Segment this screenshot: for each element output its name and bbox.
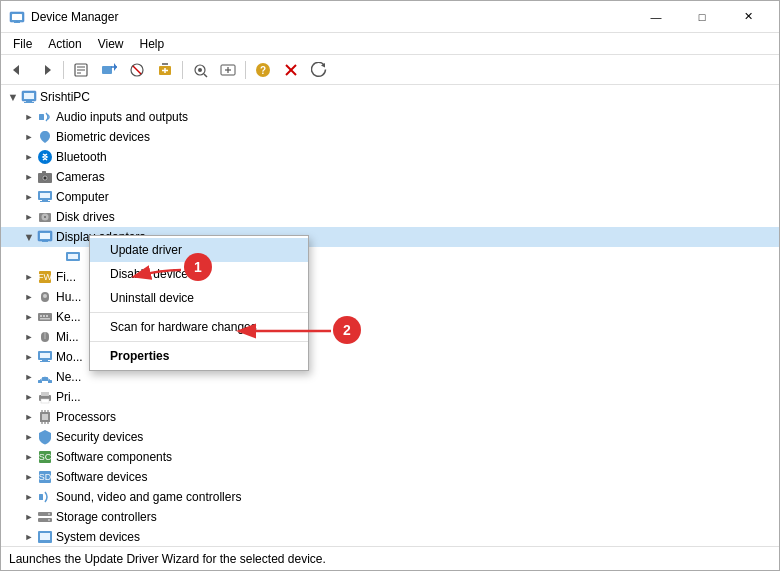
tree-item-cameras[interactable]: ► Cameras [1, 167, 779, 187]
svg-rect-44 [40, 201, 50, 202]
tree-label-keyboard: Ke... [56, 310, 81, 324]
svg-rect-57 [38, 313, 52, 321]
arrow-1 [121, 258, 186, 283]
svg-rect-4 [14, 22, 20, 23]
hid-icon [37, 289, 53, 305]
title-bar: Device Manager — □ ✕ [1, 1, 779, 33]
sound-icon [37, 489, 53, 505]
menu-view[interactable]: View [90, 35, 132, 53]
add-hardware-button[interactable] [215, 58, 241, 82]
tree-item-disk[interactable]: ► Disk drives [1, 207, 779, 227]
svg-rect-1 [12, 14, 22, 20]
tree-item-system[interactable]: ► System devices [1, 527, 779, 546]
tree-label-mice: Mi... [56, 330, 79, 344]
properties-button[interactable] [68, 58, 94, 82]
tree-item-audio[interactable]: ► Audio inputs and outputs [1, 107, 779, 127]
help-button[interactable]: ? [250, 58, 276, 82]
svg-rect-77 [42, 414, 48, 420]
tree-item-root[interactable]: ▼ SrishtiPC [1, 87, 779, 107]
svg-rect-2 [12, 21, 16, 22]
computer-icon [21, 89, 37, 105]
computer-device-icon [37, 189, 53, 205]
svg-rect-32 [24, 93, 34, 99]
toolbar-separator-3 [245, 61, 246, 79]
tree-item-bluetooth[interactable]: ► Bluetooth [1, 147, 779, 167]
svg-marker-5 [13, 65, 19, 75]
tree-item-sound[interactable]: ► Sound, video and game controllers [1, 487, 779, 507]
svg-rect-34 [24, 102, 34, 103]
back-button[interactable] [5, 58, 31, 82]
tree-item-computer[interactable]: ► Computer [1, 187, 779, 207]
expand-icon-network: ► [21, 367, 37, 387]
tree-label-hid: Hu... [56, 290, 81, 304]
bluetooth-icon [37, 149, 53, 165]
expand-icon-security: ► [21, 427, 37, 447]
maximize-button[interactable]: □ [679, 1, 725, 33]
svg-rect-69 [38, 380, 42, 383]
svg-rect-35 [39, 114, 44, 120]
firmware-icon: FW [37, 269, 53, 285]
svg-point-36 [38, 150, 52, 164]
minimize-button[interactable]: — [633, 1, 679, 33]
svg-rect-60 [46, 315, 48, 317]
toolbar: ? [1, 55, 779, 85]
update-driver-toolbar-button[interactable] [96, 58, 122, 82]
camera-icon [37, 169, 53, 185]
close-button[interactable]: ✕ [725, 1, 771, 33]
svg-marker-6 [45, 65, 51, 75]
svg-rect-49 [40, 233, 50, 239]
tree-item-software-devices[interactable]: ► SD Software devices [1, 467, 779, 487]
disable-button[interactable] [124, 58, 150, 82]
svg-rect-42 [40, 193, 50, 198]
tree-item-printers[interactable]: ► Pri... [1, 387, 779, 407]
expand-icon-computer: ► [21, 187, 37, 207]
printer-icon [37, 389, 53, 405]
tree-item-security[interactable]: ► Security devices [1, 427, 779, 447]
tree-item-storage[interactable]: ► Storage controllers [1, 507, 779, 527]
svg-rect-88 [39, 494, 43, 500]
svg-rect-75 [41, 399, 49, 403]
device-manager-window: Device Manager — □ ✕ File Action View He… [0, 0, 780, 571]
expand-icon-software-devices: ► [21, 467, 37, 487]
expand-icon-display-child [49, 247, 65, 267]
toolbar-separator-1 [63, 61, 64, 79]
menu-action[interactable]: Action [40, 35, 89, 53]
tree-label-storage: Storage controllers [56, 510, 157, 524]
delete-button[interactable] [278, 58, 304, 82]
tree-item-biometric[interactable]: ► Biometric devices [1, 127, 779, 147]
uninstall-button[interactable] [152, 58, 178, 82]
context-menu-sep-1 [90, 312, 308, 313]
forward-button[interactable] [33, 58, 59, 82]
scan-button[interactable] [187, 58, 213, 82]
svg-rect-95 [42, 542, 48, 543]
storage-icon [37, 509, 53, 525]
status-bar: Launches the Update Driver Wizard for th… [1, 546, 779, 570]
tree-item-processors[interactable]: ► Processors [1, 407, 779, 427]
disk-icon [37, 209, 53, 225]
refresh-button[interactable] [306, 58, 332, 82]
tree-label-software-devices: Software devices [56, 470, 147, 484]
tree-label-cameras: Cameras [56, 170, 105, 184]
svg-rect-58 [40, 315, 42, 317]
svg-text:SC: SC [39, 452, 52, 462]
tree-item-software-components[interactable]: ► SC Software components [1, 447, 779, 467]
expand-icon-mice: ► [21, 327, 37, 347]
tree-label-sound: Sound, video and game controllers [56, 490, 241, 504]
tree-label-system: System devices [56, 530, 140, 544]
svg-point-47 [44, 216, 46, 218]
context-menu-properties[interactable]: Properties [90, 344, 308, 368]
svg-rect-94 [40, 533, 50, 540]
tree-label-disk: Disk drives [56, 210, 115, 224]
menu-help[interactable]: Help [132, 35, 173, 53]
processor-icon [37, 409, 53, 425]
menu-file[interactable]: File [5, 35, 40, 53]
expand-icon-biometric: ► [21, 127, 37, 147]
main-content: ▼ SrishtiPC ► [1, 85, 779, 546]
svg-rect-61 [40, 318, 50, 320]
svg-rect-65 [40, 353, 50, 358]
system-icon [37, 529, 53, 545]
svg-text:SD: SD [39, 472, 52, 482]
context-menu-uninstall-device[interactable]: Uninstall device [90, 286, 308, 310]
svg-point-91 [48, 513, 50, 515]
svg-rect-43 [42, 200, 48, 201]
